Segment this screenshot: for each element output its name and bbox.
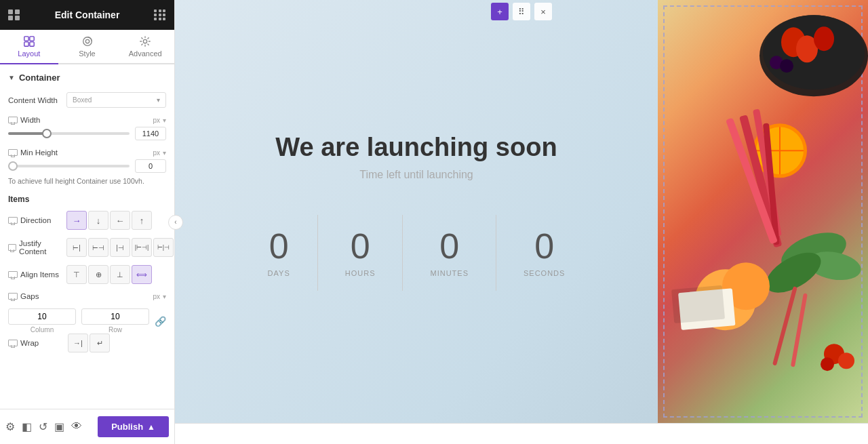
- gaps-unit-arrow[interactable]: ▾: [163, 293, 166, 300]
- section-container: ▼ Container: [8, 73, 166, 83]
- grid-icon[interactable]: [154, 9, 166, 20]
- wrap-row: Wrap →| ↵: [8, 334, 166, 352]
- align-stretch-btn[interactable]: ⟺: [132, 265, 152, 284]
- gap-link-icon[interactable]: 🔗: [155, 316, 166, 327]
- justify-content-label: Justify Content: [8, 239, 62, 256]
- layers-icon[interactable]: ◧: [22, 420, 32, 433]
- min-height-slider[interactable]: [8, 165, 130, 167]
- wrap-label: Wrap: [8, 339, 62, 347]
- gaps-label: Gaps: [8, 292, 62, 300]
- svg-point-11: [814, 26, 834, 51]
- direction-btn-group: → ↓ ← ↑: [66, 211, 152, 230]
- content-width-label: Content Width: [8, 96, 62, 104]
- gap-row-label: Row: [108, 326, 122, 334]
- align-items-label: Align Items: [8, 270, 62, 279]
- width-slider-controls: [8, 127, 166, 140]
- justify-center-btn[interactable]: ⊢⊣: [88, 238, 108, 257]
- countdown-days: 0 DAYS: [241, 215, 318, 291]
- direction-up-btn[interactable]: ↑: [132, 211, 152, 230]
- countdown-hours-label: HOURS: [345, 269, 376, 277]
- direction-row: Direction → ↓ ← ↑: [8, 211, 166, 230]
- section-chevron[interactable]: ▼: [8, 74, 15, 81]
- countdown-subtitle: Time left until launching: [359, 169, 473, 181]
- svg-rect-28: [791, 293, 808, 367]
- align-top-btn[interactable]: ⊤: [66, 265, 87, 284]
- publish-chevron-icon: ▲: [147, 422, 155, 432]
- align-middle-btn[interactable]: ⊕: [88, 265, 108, 284]
- wrap-nowrap-btn[interactable]: →|: [68, 334, 88, 352]
- width-slider[interactable]: [8, 132, 130, 135]
- justify-between-btn[interactable]: |⊢⊣|: [132, 238, 152, 257]
- wrap-wrap-btn[interactable]: ↵: [90, 334, 110, 352]
- monitor-icon-gaps: [8, 293, 18, 300]
- countdown-seconds-value: 0: [534, 228, 554, 264]
- main-area: + ⠿ × We are launching soon Time left un…: [175, 0, 868, 444]
- svg-rect-0: [24, 37, 28, 41]
- tab-advanced[interactable]: Advanced: [116, 30, 174, 64]
- min-height-label: Min Height: [8, 148, 62, 157]
- direction-right-btn[interactable]: →: [66, 211, 87, 230]
- publish-button[interactable]: Publish ▲: [98, 416, 169, 437]
- canvas-toolbar: + ⠿ ×: [488, 0, 555, 23]
- gaps-inputs: Column Row 🔗: [8, 308, 166, 334]
- countdown-numbers: 0 DAYS 0 HOURS 0 MINUTES 0 SECONDS: [241, 215, 593, 291]
- min-height-value-input[interactable]: [135, 159, 166, 173]
- direction-left-btn[interactable]: ←: [110, 211, 130, 230]
- svg-rect-3: [30, 42, 34, 46]
- content-width-dropdown[interactable]: Boxed ▾: [66, 92, 166, 108]
- justify-start-btn[interactable]: ⊢|: [66, 238, 87, 257]
- content-width-value: Boxed: [73, 96, 92, 104]
- gaps-unit: px: [153, 293, 160, 300]
- panel-header: Edit Container: [0, 0, 174, 30]
- eye-icon[interactable]: 👁: [71, 420, 82, 433]
- direction-down-btn[interactable]: ↓: [88, 211, 108, 230]
- countdown-seconds-label: SECONDS: [524, 269, 565, 277]
- svg-rect-2: [24, 42, 28, 46]
- justify-around-btn[interactable]: ⊢|⊣: [153, 238, 174, 257]
- gap-row-field: Row: [81, 308, 149, 334]
- min-height-unit-arrow[interactable]: ▾: [163, 149, 166, 157]
- main-bottom-bar: [175, 423, 868, 444]
- settings-icon[interactable]: ⚙: [5, 420, 15, 433]
- gap-column-input[interactable]: [8, 308, 76, 325]
- width-label: Width: [8, 116, 62, 124]
- width-value-input[interactable]: [135, 127, 166, 140]
- hamburger-icon[interactable]: [8, 9, 20, 20]
- justify-content-row: Justify Content ⊢| ⊢⊣ |⊣ |⊢⊣| ⊢|⊣ ≡: [8, 238, 166, 257]
- align-items-row: Align Items ⊤ ⊕ ⊥ ⟺: [8, 265, 166, 284]
- page-canvas: We are launching soon Time left until la…: [175, 0, 868, 423]
- content-width-row: Content Width Boxed ▾: [8, 92, 166, 108]
- height-info-text: To achieve full height Container use 100…: [8, 177, 166, 185]
- monitor-icon-width: [8, 117, 18, 123]
- justify-end-btn[interactable]: |⊣: [110, 238, 130, 257]
- countdown-days-value: 0: [269, 228, 289, 264]
- min-height-slider-controls: [8, 159, 166, 173]
- tab-advanced-label: Advanced: [129, 49, 162, 58]
- direction-label: Direction: [8, 216, 62, 224]
- countdown-hours: 0 HOURS: [318, 215, 403, 291]
- monitor-icon-direction: [8, 217, 18, 224]
- svg-point-5: [85, 39, 89, 43]
- svg-point-30: [838, 352, 854, 369]
- pages-icon[interactable]: ▣: [54, 420, 64, 433]
- tab-layout[interactable]: Layout: [0, 30, 58, 64]
- bottom-icons: ⚙ ◧ ↺ ▣ 👁: [5, 420, 82, 433]
- close-btn[interactable]: ×: [534, 3, 552, 20]
- tab-style[interactable]: Style: [58, 30, 117, 64]
- align-bottom-btn[interactable]: ⊥: [110, 265, 130, 284]
- wrap-btn-group: →| ↵: [68, 334, 110, 352]
- width-unit-arrow[interactable]: ▾: [163, 117, 166, 124]
- countdown-title: We are launching soon: [275, 133, 557, 162]
- align-items-btn-group: ⊤ ⊕ ⊥ ⟺: [66, 265, 152, 284]
- svg-rect-1: [30, 37, 34, 41]
- countdown-days-label: DAYS: [268, 269, 290, 277]
- justify-content-btn-group: ⊢| ⊢⊣ |⊣ |⊢⊣| ⊢|⊣ ≡: [66, 238, 174, 257]
- food-illustration: [658, 0, 868, 423]
- add-element-btn[interactable]: +: [491, 3, 509, 20]
- gap-row-input[interactable]: [81, 308, 149, 325]
- countdown-hours-value: 0: [351, 228, 370, 264]
- collapse-panel-btn[interactable]: ‹: [168, 215, 183, 230]
- history-icon[interactable]: ↺: [39, 420, 47, 433]
- move-btn[interactable]: ⠿: [513, 3, 530, 20]
- countdown-minutes: 0 MINUTES: [403, 215, 496, 291]
